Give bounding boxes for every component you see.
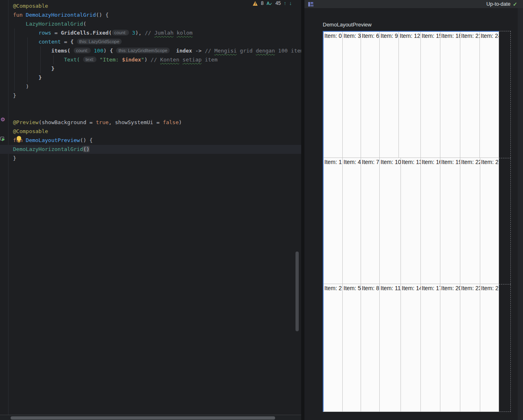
warning-count: 8 [261,0,264,6]
code-line[interactable]: } [0,73,301,82]
grid-item-cell: Item: 22 [460,158,480,284]
grid-item-cell: Item: 3 [343,32,361,158]
grid-item-cell: Item: 5 [343,284,361,411]
grid-item-cell: Item: 17 [421,284,440,411]
play-triangle-glyph [2,138,5,141]
grid-item-cell: Item: 21 [460,32,480,158]
code-lines[interactable]: @Composablefun DemoLazyHorizontalGrid() … [0,2,301,163]
code-line[interactable] [0,109,301,118]
inlay-hint-chip: text: [83,57,96,62]
spellcheck-icon[interactable]: A ✓ [267,1,273,6]
inlay-hint-chip: count: [112,30,129,35]
lightbulb-glass [17,136,21,141]
grid-item-cell: Item: 15 [421,32,440,158]
check-icon: ✓ [513,1,517,7]
code-line[interactable]: LazyHorizontalGrid( [0,20,301,28]
code-line[interactable]: items( count: 100) { this: LazyGridItemS… [0,46,301,55]
code-line[interactable]: } [0,91,301,100]
inlay-hint-chip: count: [74,48,91,53]
code-line[interactable]: DemoLazyHorizontalGrid() [0,145,301,154]
row-bounds-dash [499,158,511,158]
code-line[interactable]: } [0,64,301,73]
run-preview-icon[interactable] [0,137,6,142]
build-status: Up-to-date ✓ [486,1,517,7]
code-editor[interactable]: @Composablefun DemoLazyHorizontalGrid() … [0,0,301,415]
grid-row: Item: 2Item: 5Item: 8Item: 11Item: 14Ite… [324,284,499,411]
code-line[interactable]: content = { this: LazyGridScope [0,37,301,46]
preview-scrollbar-track[interactable] [518,8,523,420]
code-line[interactable]: } [0,154,301,163]
grid-item-cell: Item: 26 [480,284,499,411]
grid-item-cell: Item: 20 [440,284,460,411]
code-line[interactable]: rows = GridCells.Fixed(count: 3), // Jum… [0,28,301,37]
grid-item-cell: Item: 2 [324,284,343,411]
grid-item-cell: Item: 6 [361,32,380,158]
preview-grid: Item: 0Item: 3Item: 6Item: 9Item: 12Item… [324,32,499,411]
grid-item-cell: Item: 9 [380,32,399,158]
editor-vertical-scrollbar[interactable] [295,252,299,331]
grid-item-cell: Item: 18 [440,32,460,158]
grid-item-cell: Item: 10 [380,158,401,284]
typo-count: 45 [276,0,281,6]
preview-title[interactable]: DemoLayoutPreview [323,22,372,28]
grid-item-cell: Item: 8 [361,284,380,411]
code-line[interactable]: fun DemoLayoutPreview() { [0,136,301,145]
grid-item-cell: Item: 24 [480,32,499,158]
grid-item-cell: Item: 12 [399,32,421,158]
arrow-down-icon[interactable]: ↓ [289,0,292,6]
grid-row: Item: 0Item: 3Item: 6Item: 9Item: 12Item… [324,32,499,158]
grid-item-cell: Item: 16 [421,158,440,284]
editor-horizontal-scrollbar-track[interactable] [0,415,301,420]
code-line[interactable]: @Composable [0,127,301,136]
lightbulb-base [18,141,20,142]
grid-item-cell: Item: 13 [401,158,421,284]
panel-splitter[interactable] [301,0,304,420]
code-line[interactable]: ) [0,82,301,91]
row-bounds-dash [499,284,511,284]
grid-item-cell: Item: 11 [380,284,401,411]
code-line[interactable]: fun DemoLazyHorizontalGrid() { [0,11,301,20]
preview-toolbar: Up-to-date ✓ [304,0,523,8]
compose-preview-panel: Up-to-date ✓ DemoLayoutPreview Item: 0It… [304,0,523,420]
grid-item-cell: Item: 7 [361,158,380,284]
lightbulb-icon[interactable] [17,136,22,143]
grid-item-cell: Item: 25 [480,158,499,284]
grid-item-cell: Item: 0 [324,32,343,158]
warning-triangle-icon[interactable]: ! [253,1,258,6]
arrow-up-icon[interactable]: ↑ [284,0,287,6]
code-line[interactable] [0,100,301,109]
grid-item-cell: Item: 1 [324,158,343,284]
build-status-label: Up-to-date [486,1,510,7]
grid-layout-icon[interactable] [308,2,313,7]
grid-item-cell: Item: 4 [343,158,361,284]
grid-item-cell: Item: 14 [401,284,421,411]
grid-row: Item: 1Item: 4Item: 7Item: 10Item: 13Ite… [324,158,499,284]
inspections-widget[interactable]: ! 8 A ✓ 45 ↑ ↓ [253,0,292,6]
grid-item-cell: Item: 23 [460,284,480,411]
gear-icon[interactable]: ⚙ [0,117,5,122]
inlay-hint-chip: this: LazyGridItemScope [116,48,170,53]
code-line[interactable]: @Preview(showBackground = true, showSyst… [0,118,301,127]
inlay-hint-chip: this: LazyGridScope [77,39,122,44]
code-line[interactable]: Text( text: "Item: $index") // Konten se… [0,55,301,64]
grid-item-cell: Item: 19 [440,158,460,284]
preview-render-surface[interactable]: Item: 0Item: 3Item: 6Item: 9Item: 12Item… [323,31,499,412]
editor-horizontal-scrollbar-thumb[interactable] [11,416,275,420]
